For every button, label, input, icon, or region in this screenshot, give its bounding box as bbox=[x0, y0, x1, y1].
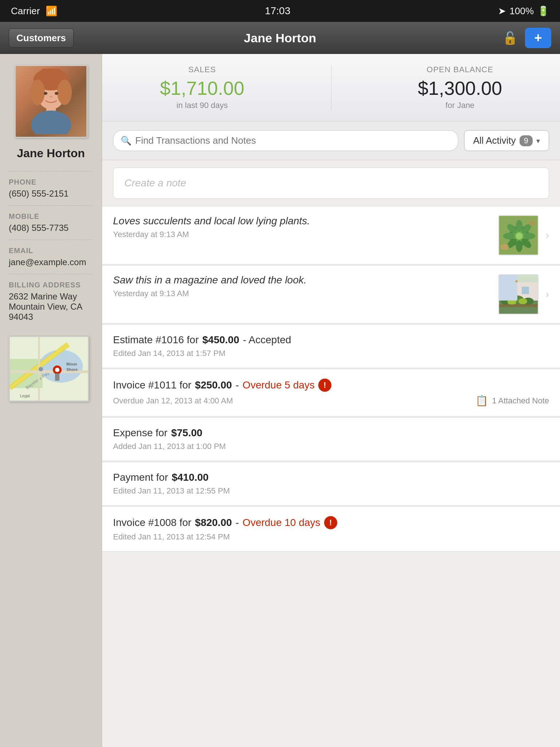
note-thumb-2 bbox=[498, 274, 538, 314]
content-area: SALES $1,710.00 in last 90 days OPEN BAL… bbox=[102, 54, 560, 747]
payment-date: Edited Jan 11, 2013 at 12:55 PM bbox=[113, 486, 230, 496]
stats-header: SALES $1,710.00 in last 90 days OPEN BAL… bbox=[102, 54, 560, 121]
payment-title: Payment for bbox=[113, 472, 168, 483]
transaction-expense[interactable]: Expense for $75.00 Added Jan 11, 2013 at… bbox=[102, 417, 560, 461]
time-display: 17:03 bbox=[265, 5, 290, 17]
activity-list: Loves succulents and local low lying pla… bbox=[102, 206, 560, 552]
invoice1011-dash: - bbox=[236, 379, 239, 391]
search-input[interactable] bbox=[135, 135, 451, 146]
customer-name-sidebar: Jane Horton bbox=[9, 147, 93, 160]
note-text-1: Loves succulents and local low lying pla… bbox=[113, 215, 491, 227]
transaction-estimate-1016[interactable]: Estimate #1016 for $450.00 - Accepted Ed… bbox=[102, 324, 560, 368]
transaction-row2-invoice1011: Overdue Jan 12, 2013 at 4:00 AM 📋 1 Atta… bbox=[113, 395, 549, 407]
svg-point-34 bbox=[503, 233, 515, 239]
filter-button[interactable]: All Activity 9 ▾ bbox=[464, 130, 549, 151]
note-item-1[interactable]: Loves succulents and local low lying pla… bbox=[102, 206, 560, 264]
expense-date: Added Jan 11, 2013 at 1:00 PM bbox=[113, 442, 226, 451]
invoice1008-title: Invoice #1008 for bbox=[113, 517, 191, 529]
carrier-text: Carrier bbox=[11, 5, 40, 17]
avatar bbox=[16, 66, 86, 137]
billing-label: BILLING ADDRESS bbox=[9, 281, 93, 289]
sidebar: Jane Horton PHONE (650) 555-2151 MOBILE … bbox=[0, 54, 102, 747]
transaction-invoice-1011[interactable]: Invoice #1011 for $250.00 - Overdue 5 da… bbox=[102, 369, 560, 417]
transaction-row1-invoice1011: Invoice #1011 for $250.00 - Overdue 5 da… bbox=[113, 379, 549, 392]
invoice1011-title: Invoice #1011 for bbox=[113, 379, 191, 391]
back-button[interactable]: Customers bbox=[9, 28, 74, 48]
svg-rect-49 bbox=[499, 275, 517, 301]
transaction-row2-expense: Added Jan 11, 2013 at 1:00 PM bbox=[113, 442, 549, 451]
transaction-row2-estimate: Edited Jan 14, 2013 at 1:57 PM bbox=[113, 349, 549, 358]
battery-icon: 🔋 bbox=[537, 5, 549, 17]
billing-section: BILLING ADDRESS 2632 Marine Way Mountain… bbox=[9, 274, 93, 329]
phone-label: PHONE bbox=[9, 178, 93, 186]
svg-point-28 bbox=[516, 220, 522, 232]
svg-point-8 bbox=[55, 92, 58, 95]
svg-point-21 bbox=[55, 368, 59, 372]
transaction-row2-payment: Edited Jan 11, 2013 at 12:55 PM bbox=[113, 486, 549, 496]
chevron-down-icon: ▾ bbox=[536, 136, 540, 145]
status-bar: Carrier 📶 17:03 ➤ 100% 🔋 bbox=[0, 0, 560, 22]
invoice1008-date: Edited Jan 11, 2013 at 12:54 PM bbox=[113, 532, 230, 542]
create-note-field[interactable]: Create a note bbox=[113, 167, 549, 199]
svg-point-32 bbox=[516, 240, 522, 252]
chevron-right-icon-2: › bbox=[546, 289, 549, 300]
sales-value: $1,710.00 bbox=[160, 77, 244, 99]
status-left: Carrier 📶 bbox=[11, 5, 57, 17]
svg-rect-48 bbox=[499, 304, 538, 307]
sales-sub: in last 90 days bbox=[160, 101, 244, 110]
invoice1008-overdue: Overdue 10 days bbox=[242, 517, 320, 529]
lock-icon[interactable]: 🔓 bbox=[502, 31, 518, 45]
transaction-row1-invoice1008: Invoice #1008 for $820.00 - Overdue 10 d… bbox=[113, 516, 549, 529]
add-button[interactable]: + bbox=[525, 28, 551, 48]
svg-point-23 bbox=[39, 367, 43, 371]
svg-text:Shore: Shore bbox=[66, 367, 78, 372]
note-text-block-1: Loves succulents and local low lying pla… bbox=[113, 215, 491, 239]
search-input-wrap[interactable]: 🔍 bbox=[113, 130, 458, 151]
invoice1008-amount: $820.00 bbox=[195, 517, 232, 529]
transaction-payment[interactable]: Payment for $410.00 Edited Jan 11, 2013 … bbox=[102, 462, 560, 506]
nav-right-actions: 🔓 + bbox=[502, 28, 551, 48]
estimate-amount: $450.00 bbox=[202, 334, 239, 346]
balance-label: OPEN BALANCE bbox=[418, 65, 502, 74]
stat-divider bbox=[331, 65, 331, 110]
overdue-icon-1008: ! bbox=[324, 516, 337, 529]
create-note-placeholder: Create a note bbox=[124, 177, 186, 189]
battery-text: 100% bbox=[510, 5, 534, 17]
email-label: EMAIL bbox=[9, 247, 93, 255]
avatar-container bbox=[15, 65, 88, 138]
wifi-icon: 📶 bbox=[46, 5, 57, 17]
map-image: Bayshore Fwy Moun Shore Legal bbox=[10, 337, 88, 400]
transaction-row1-expense: Expense for $75.00 bbox=[113, 427, 549, 439]
svg-point-37 bbox=[500, 244, 509, 250]
expense-amount: $75.00 bbox=[171, 427, 202, 439]
sales-stat: SALES $1,710.00 in last 90 days bbox=[160, 65, 244, 110]
note-item-2[interactable]: Saw this in a magazine and loved the loo… bbox=[102, 265, 560, 324]
phone-value: (650) 555-2151 bbox=[9, 189, 93, 199]
transaction-row1-estimate: Estimate #1016 for $450.00 - Accepted bbox=[113, 334, 549, 346]
attached-note-icon: 📋 bbox=[475, 395, 488, 407]
map-container[interactable]: Bayshore Fwy Moun Shore Legal bbox=[9, 336, 89, 402]
sales-label: SALES bbox=[160, 65, 244, 74]
svg-text:Moun: Moun bbox=[66, 362, 77, 366]
note-time-1: Yesterday at 9:13 AM bbox=[113, 230, 491, 239]
balance-value: $1,300.00 bbox=[418, 77, 502, 99]
search-bar: 🔍 All Activity 9 ▾ bbox=[102, 121, 560, 160]
invoice1011-overdue: Overdue 5 days bbox=[242, 379, 315, 391]
estimate-status: - Accepted bbox=[243, 334, 291, 346]
svg-rect-41 bbox=[522, 287, 529, 294]
svg-point-3 bbox=[30, 80, 45, 105]
svg-point-47 bbox=[518, 298, 527, 304]
invoice1011-amount: $250.00 bbox=[195, 379, 232, 391]
invoice1011-date: Overdue Jan 12, 2013 at 4:00 AM bbox=[113, 396, 233, 406]
svg-point-38 bbox=[528, 221, 536, 226]
mobile-section: MOBILE (408) 555-7735 bbox=[9, 205, 93, 240]
estimate-title: Estimate #1016 for bbox=[113, 334, 199, 346]
invoice1008-dash: - bbox=[236, 517, 239, 529]
location-icon: ➤ bbox=[498, 5, 506, 17]
payment-amount: $410.00 bbox=[172, 472, 209, 483]
note-thumb-1 bbox=[498, 215, 538, 255]
svg-text:Legal: Legal bbox=[20, 394, 30, 398]
transaction-invoice-1008[interactable]: Invoice #1008 for $820.00 - Overdue 10 d… bbox=[102, 506, 560, 551]
nav-bar: Customers Jane Horton 🔓 + bbox=[0, 22, 560, 54]
transaction-row1-payment: Payment for $410.00 bbox=[113, 472, 549, 483]
